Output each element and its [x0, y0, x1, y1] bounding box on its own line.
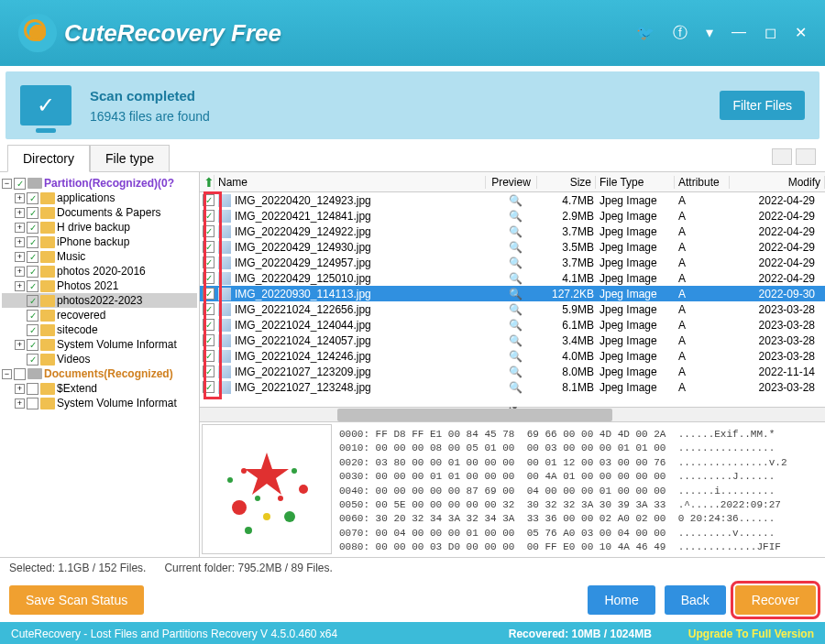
- save-scan-button[interactable]: Save Scan Status: [9, 585, 144, 615]
- preview-icon[interactable]: 🔍: [490, 350, 541, 363]
- checkbox[interactable]: ✓: [203, 334, 214, 346]
- file-row[interactable]: ✓ IMG_20220429_124930.jpg 🔍 3.5MB Jpeg I…: [200, 239, 825, 255]
- preview-icon[interactable]: 🔍: [490, 366, 541, 378]
- column-name[interactable]: Name: [214, 176, 486, 189]
- checkbox[interactable]: ✓: [203, 288, 214, 300]
- checkbox[interactable]: ✓: [203, 272, 214, 284]
- checkbox[interactable]: ✓: [203, 241, 214, 253]
- preview-icon[interactable]: 🔍: [490, 288, 541, 300]
- checkbox[interactable]: ✓: [27, 266, 38, 278]
- maximize-icon[interactable]: ◻: [764, 24, 776, 43]
- close-icon[interactable]: ✕: [795, 24, 807, 43]
- checkbox[interactable]: ✓: [27, 222, 38, 234]
- checkbox[interactable]: ✓: [27, 207, 38, 219]
- filter-files-button[interactable]: Filter Files: [720, 91, 805, 120]
- checkbox[interactable]: ✓: [27, 339, 38, 351]
- tree-item[interactable]: ✓ photos2022-2023: [2, 293, 197, 308]
- expand-icon[interactable]: +: [15, 281, 25, 291]
- column-preview[interactable]: Preview: [486, 176, 537, 189]
- checkbox[interactable]: [27, 398, 38, 409]
- preview-icon[interactable]: 🔍: [490, 303, 541, 316]
- file-row[interactable]: ✓ IMG_20221027_123209.jpg 🔍 8.0MB Jpeg I…: [200, 364, 825, 379]
- preview-icon[interactable]: 🔍: [490, 225, 541, 238]
- checkbox[interactable]: ✓: [27, 324, 38, 336]
- column-size[interactable]: Size: [537, 176, 596, 189]
- expand-icon[interactable]: +: [15, 208, 25, 218]
- tree-item[interactable]: + ✓ applications: [2, 191, 197, 205]
- expand-icon[interactable]: +: [15, 237, 25, 247]
- expand-icon[interactable]: +: [15, 223, 25, 233]
- checkbox[interactable]: ✓: [27, 354, 38, 366]
- expand-icon[interactable]: +: [15, 267, 25, 277]
- twitter-icon[interactable]: 🐦: [636, 24, 654, 43]
- expand-icon[interactable]: +: [15, 252, 25, 262]
- preview-icon[interactable]: 🔍: [490, 319, 541, 332]
- column-type[interactable]: File Type: [596, 176, 675, 189]
- view-grid-icon[interactable]: [772, 148, 792, 165]
- checkbox[interactable]: ✓: [27, 310, 38, 322]
- view-list-icon[interactable]: [796, 148, 816, 165]
- file-list[interactable]: ✓ IMG_20220420_124923.jpg 🔍 4.7MB Jpeg I…: [200, 192, 825, 407]
- facebook-icon[interactable]: ⓕ: [673, 24, 688, 43]
- tree-item[interactable]: + ✓ Photos 2021: [2, 278, 197, 293]
- file-row[interactable]: ✓ IMG_20220429_125010.jpg 🔍 4.1MB Jpeg I…: [200, 270, 825, 286]
- checkbox[interactable]: ✓: [27, 295, 38, 307]
- checkbox[interactable]: ✓: [203, 319, 214, 331]
- back-button[interactable]: Back: [665, 585, 726, 615]
- preview-icon[interactable]: 🔍: [490, 241, 541, 254]
- upgrade-link[interactable]: Upgrade To Full Version: [688, 628, 814, 640]
- checkbox[interactable]: ✓: [203, 303, 214, 315]
- file-row[interactable]: ✓ IMG_20220421_124841.jpg 🔍 2.9MB Jpeg I…: [200, 208, 825, 224]
- file-row[interactable]: ✓ IMG_20221024_124246.jpg 🔍 4.0MB Jpeg I…: [200, 348, 825, 364]
- checkbox[interactable]: ✓: [27, 236, 38, 248]
- checkbox[interactable]: ✓: [14, 178, 26, 190]
- checkbox[interactable]: [27, 383, 38, 395]
- file-row[interactable]: ✓ IMG_20221024_124057.jpg 🔍 3.4MB Jpeg I…: [200, 333, 825, 348]
- preview-icon[interactable]: 🔍: [490, 272, 541, 285]
- expand-icon[interactable]: +: [15, 398, 25, 409]
- checkbox[interactable]: ✓: [203, 225, 214, 237]
- home-button[interactable]: Home: [588, 585, 654, 615]
- preview-icon[interactable]: 🔍: [490, 210, 541, 223]
- file-row[interactable]: ✓ IMG_20221027_123248.jpg 🔍 8.1MB Jpeg I…: [200, 379, 825, 395]
- file-row[interactable]: ✓ IMG_20220429_124922.jpg 🔍 3.7MB Jpeg I…: [200, 224, 825, 239]
- tree-item[interactable]: ✓ recovered: [2, 308, 197, 322]
- recover-button[interactable]: Recover: [735, 585, 816, 615]
- checkbox[interactable]: ✓: [27, 192, 38, 204]
- checkbox[interactable]: ✓: [203, 257, 214, 268]
- documents-node[interactable]: Documents(Recognized): [44, 367, 173, 380]
- checkbox[interactable]: ✓: [27, 251, 38, 263]
- checkbox[interactable]: ✓: [27, 280, 38, 292]
- checkbox[interactable]: ✓: [203, 350, 214, 362]
- file-row[interactable]: ✓ IMG_20221024_124044.jpg 🔍 6.1MB Jpeg I…: [200, 317, 825, 333]
- file-row[interactable]: ✓ IMG_20220420_124923.jpg 🔍 4.7MB Jpeg I…: [200, 192, 825, 208]
- minimize-icon[interactable]: —: [732, 24, 746, 43]
- expand-icon[interactable]: +: [15, 384, 25, 394]
- preview-icon[interactable]: 🔍: [490, 257, 541, 269]
- checkbox[interactable]: ✓: [203, 381, 214, 393]
- preview-icon[interactable]: 🔍: [490, 334, 541, 347]
- expand-icon[interactable]: +: [15, 340, 25, 350]
- file-row[interactable]: ✓ IMG_20220429_124957.jpg 🔍 3.7MB Jpeg I…: [200, 255, 825, 270]
- column-modify[interactable]: Modify: [730, 176, 825, 189]
- checkbox[interactable]: ✓: [203, 210, 214, 222]
- tree-item[interactable]: + ✓ Documents & Papers: [2, 205, 197, 220]
- tree-item[interactable]: + ✓ photos 2020-2016: [2, 264, 197, 278]
- tree-item[interactable]: + $Extend: [2, 381, 197, 396]
- partition-node[interactable]: Partition(Recognized)(0?: [44, 177, 174, 190]
- tree-item[interactable]: + ✓ iPhone backup: [2, 235, 197, 249]
- scrollbar-thumb[interactable]: [337, 409, 612, 421]
- tree-item[interactable]: + ✓ H drive backup: [2, 220, 197, 235]
- checkbox[interactable]: ✓: [203, 194, 214, 206]
- file-row[interactable]: ✓ IMG_20220930_114113.jpg 🔍 127.2KB Jpeg…: [200, 286, 825, 301]
- horizontal-scrollbar[interactable]: ▴▾: [200, 407, 825, 421]
- tree-item[interactable]: + ✓ Music: [2, 249, 197, 264]
- up-arrow-icon[interactable]: ⬆: [200, 175, 214, 190]
- tree-item[interactable]: + ✓ System Volume Informat: [2, 337, 197, 352]
- column-attribute[interactable]: Attribute: [675, 176, 730, 189]
- collapse-icon[interactable]: −: [2, 179, 12, 189]
- expand-icon[interactable]: +: [15, 193, 25, 203]
- tab-filetype[interactable]: File type: [90, 145, 170, 171]
- checkbox[interactable]: [14, 368, 26, 380]
- checkbox[interactable]: ✓: [203, 366, 214, 377]
